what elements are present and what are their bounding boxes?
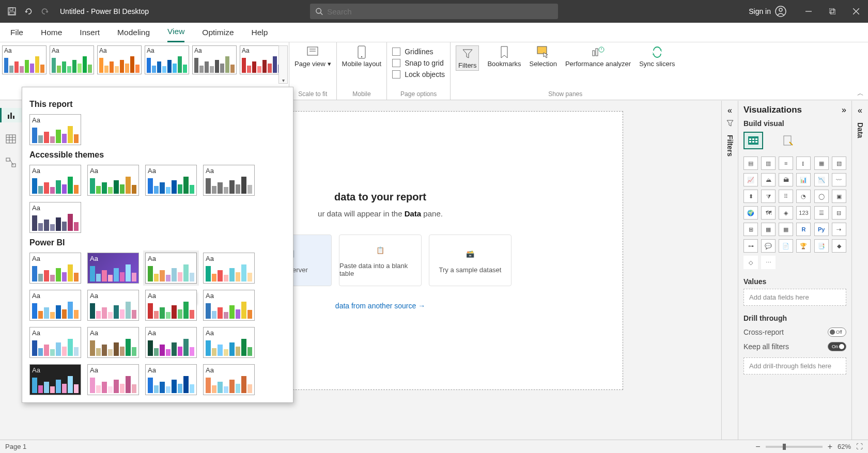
viz-ribbon[interactable]: 〰 [832,173,846,186]
redo-icon[interactable] [40,7,50,16]
model-view-button[interactable] [4,155,18,170]
expand-pane-icon[interactable]: » [842,105,846,115]
theme-thumb[interactable]: Aa [50,45,94,74]
viz-line[interactable]: 📈 [743,173,758,186]
report-view-button[interactable] [0,108,22,122]
theme-thumb[interactable]: Aa [145,327,197,358]
viz-line-column[interactable]: 📊 [796,173,811,186]
viz-stacked-area[interactable]: 🏔 [779,173,793,186]
minimize-button[interactable] [797,0,820,23]
bookmarks-button[interactable]: Bookmarks [487,45,521,68]
theme-thumb-classroom[interactable]: Aa [203,253,255,284]
zoom-level[interactable]: 62% [838,443,851,450]
theme-thumb-sunset[interactable]: Aa [203,290,255,321]
viz-power-apps[interactable]: ◆ [832,239,846,253]
theme-thumb-twilight[interactable]: Aa [29,327,81,358]
viz-paginated[interactable]: 📑 [814,239,829,253]
viz-kpi[interactable]: ⊞ [743,223,758,236]
tab-view[interactable]: View [167,23,184,42]
sync-slicers-button[interactable]: Sync slicers [639,45,675,68]
close-button[interactable] [844,0,868,23]
theme-thumb-innovate[interactable]: Aa [29,364,81,395]
theme-thumb-tidal[interactable]: Aa [145,364,197,395]
zoom-slider[interactable] [766,446,823,448]
theme-thumb[interactable]: Aa [240,45,284,74]
performance-analyzer-button[interactable]: Performance analyzer [565,45,631,68]
theme-thumb-colorblind[interactable]: Aa [29,290,81,321]
theme-thumb[interactable]: Aa [29,202,81,233]
theme-thumb[interactable]: Aa [97,45,142,74]
viz-100-column[interactable]: ▧ [832,157,846,170]
viz-filled-map[interactable]: 🗺 [761,206,776,220]
viz-funnel[interactable]: ⧩ [761,190,776,203]
lock-objects-checkbox[interactable]: Lock objects [392,70,445,79]
viz-narrative[interactable]: 📄 [779,239,793,253]
viz-stacked-bar[interactable]: ▤ [743,157,758,170]
viz-map[interactable]: 🌍 [743,206,758,220]
theme-thumb-current[interactable]: Aa [29,114,81,145]
maximize-button[interactable] [820,0,844,23]
viz-scatter[interactable]: ⠿ [779,190,793,203]
theme-thumb[interactable]: Aa [203,165,255,196]
theme-thumb-electric[interactable]: Aa [87,290,139,321]
viz-stacked-column[interactable]: ▥ [761,157,776,170]
keep-filters-toggle[interactable]: On [828,342,846,351]
tab-file[interactable]: File [10,23,23,42]
drill-through-field-well[interactable]: Add drill-through fields here [743,357,846,374]
format-visual-tab[interactable] [779,132,798,149]
ribbon-collapse-button[interactable]: ︿ [857,89,864,98]
viz-shape-map[interactable]: ◈ [779,206,793,220]
viz-waterfall[interactable]: ⬍ [743,190,758,203]
cross-report-toggle[interactable]: Off [828,327,846,337]
viz-power-automate[interactable]: ◇ [743,256,758,269]
page-view-button[interactable]: Page view ▾ [295,45,331,68]
viz-pie[interactable]: ◔ [796,190,811,203]
zoom-out-button[interactable]: − [755,442,760,451]
viz-more[interactable]: ⋯ [761,256,776,269]
snap-to-grid-checkbox[interactable]: Snap to grid [392,59,445,67]
theme-thumb-executive[interactable]: Aa [87,253,139,284]
fit-to-page-icon[interactable]: ⛶ [856,443,863,450]
viz-decomposition[interactable]: ⊶ [743,239,758,253]
theme-thumb[interactable]: Aa [145,45,189,74]
viz-multi-card[interactable]: ⊟ [832,206,846,220]
theme-thumb[interactable]: Aa [29,165,81,196]
expand-icon[interactable]: « [727,106,732,115]
viz-100-bar[interactable]: ▦ [814,157,829,170]
viz-key-influencers[interactable]: ⇢ [832,223,846,236]
tab-optimize[interactable]: Optimize [202,23,234,42]
theme-thumb[interactable]: Aa [87,165,139,196]
gridlines-checkbox[interactable]: Gridlines [392,48,445,56]
tab-help[interactable]: Help [252,23,268,42]
selection-button[interactable]: Selection [529,45,556,68]
viz-clustered-column[interactable]: ⫿ [796,157,811,170]
mobile-layout-button[interactable]: Mobile layout [342,45,382,68]
tab-home[interactable]: Home [41,23,62,42]
viz-gauge[interactable]: 123 [796,206,811,220]
expand-icon[interactable]: « [858,106,862,115]
theme-thumb-default[interactable]: Aa [29,253,81,284]
viz-card[interactable]: ☰ [814,206,829,220]
viz-donut[interactable]: ◯ [814,190,829,203]
page-indicator[interactable]: Page 1 [5,443,26,450]
tab-modeling[interactable]: Modeling [117,23,150,42]
theme-gallery-expand-button[interactable]: ▾ [278,45,288,84]
theme-thumb-highcontrast[interactable]: Aa [145,290,197,321]
viz-area[interactable]: ⛰ [761,173,776,186]
filters-pane-button[interactable]: Filters [456,45,479,71]
viz-clustered-bar[interactable]: ≡ [779,157,793,170]
values-field-well[interactable]: Add data fields here [743,289,846,306]
zoom-in-button[interactable]: + [828,442,832,451]
undo-icon[interactable] [24,7,33,16]
search-box[interactable] [310,4,558,19]
card-sample-dataset[interactable]: 🗃️Try a sample dataset [429,235,512,286]
viz-qa[interactable]: 💬 [761,239,776,253]
another-source-link[interactable]: data from another source → [335,302,425,310]
theme-thumb-temperature[interactable]: Aa [203,364,255,395]
filters-pane-collapsed[interactable]: « Filters [721,101,738,440]
data-view-button[interactable] [4,132,18,146]
theme-thumb[interactable]: Aa [87,327,139,358]
viz-matrix[interactable]: ▦ [779,223,793,236]
theme-thumb[interactable]: Aa [2,45,47,74]
viz-line-column2[interactable]: 📉 [814,173,829,186]
